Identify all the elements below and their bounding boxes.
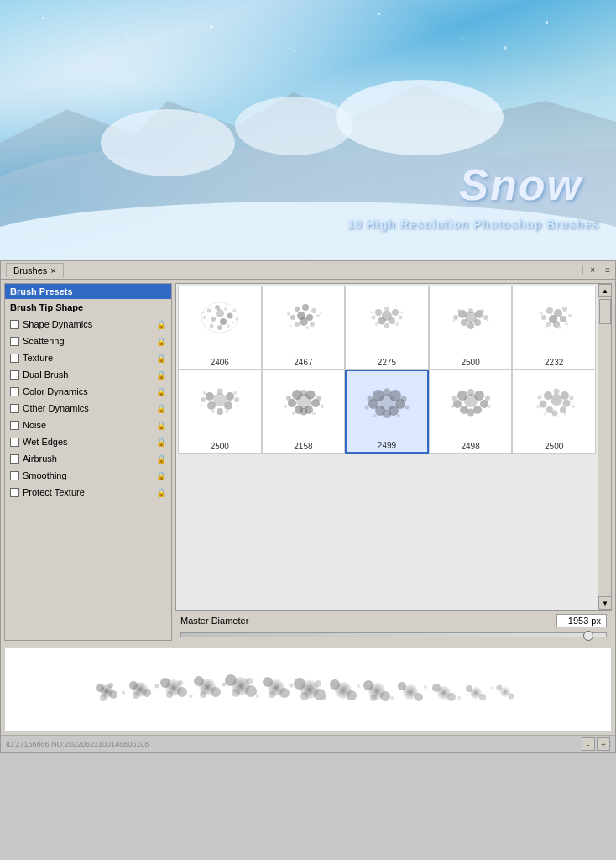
- close-button[interactable]: ×: [587, 265, 598, 275]
- svg-point-169: [245, 685, 257, 697]
- brush-cell-5[interactable]: 2232: [512, 286, 596, 370]
- scroll-thumb[interactable]: [599, 299, 611, 324]
- label-scattering: Scattering: [23, 336, 65, 346]
- zoom-in-button[interactable]: +: [597, 737, 610, 751]
- checkbox-protect-texture[interactable]: [10, 488, 19, 497]
- svg-point-82: [201, 397, 206, 402]
- svg-point-43: [372, 315, 376, 319]
- checkbox-wet-edges[interactable]: [10, 438, 19, 447]
- brush-cell-9[interactable]: 2498: [429, 370, 513, 454]
- checkbox-color-dynamics[interactable]: [10, 387, 19, 396]
- svg-point-84: [217, 408, 223, 415]
- footer-bar: ID:27166886 NO:20220623100146806108 - +: [1, 735, 615, 752]
- svg-point-136: [561, 391, 569, 400]
- checkbox-noise[interactable]: [10, 421, 19, 430]
- svg-point-65: [562, 307, 567, 312]
- zoom-out-button[interactable]: -: [582, 737, 595, 751]
- sidebar-item-smoothing[interactable]: Smoothing 🔒: [5, 467, 171, 484]
- svg-point-98: [300, 390, 307, 396]
- sidebar-item-protect-texture[interactable]: Protect Texture 🔒: [5, 484, 171, 501]
- lock-scattering: 🔒: [156, 337, 166, 346]
- sidebar-item-airbrush[interactable]: Airbrush 🔒: [5, 450, 171, 467]
- checkbox-other-dynamics[interactable]: [10, 404, 19, 413]
- svg-point-28: [290, 315, 295, 320]
- sidebar-item-other-dynamics[interactable]: Other Dynamics 🔒: [5, 400, 171, 417]
- svg-point-79: [207, 401, 216, 410]
- brush-size-9: 2498: [461, 442, 479, 451]
- svg-point-177: [294, 678, 305, 690]
- brush-size-5: 2232: [545, 358, 563, 367]
- brush-size-10: 2500: [545, 442, 563, 451]
- checkbox-dual-brush[interactable]: [10, 370, 19, 380]
- svg-point-72: [540, 312, 543, 315]
- checkbox-scattering[interactable]: [10, 337, 19, 346]
- brushes-tab[interactable]: Brushes ×: [6, 263, 64, 277]
- svg-point-53: [461, 319, 467, 326]
- svg-point-153: [108, 683, 113, 688]
- brush-cell-1[interactable]: 2406: [178, 286, 262, 370]
- scroll-down-button[interactable]: ▼: [598, 596, 612, 610]
- svg-point-71: [568, 314, 572, 317]
- label-smoothing: Smoothing: [23, 470, 67, 480]
- svg-point-186: [380, 691, 390, 701]
- svg-point-19: [202, 312, 204, 313]
- diameter-slider-track[interactable]: [180, 632, 607, 637]
- lock-protect-texture: 🔒: [156, 488, 166, 497]
- svg-point-100: [286, 396, 291, 401]
- svg-point-117: [365, 405, 369, 409]
- brush-cell-3[interactable]: 2275: [345, 286, 429, 370]
- svg-point-157: [133, 692, 139, 699]
- diameter-slider-thumb[interactable]: [583, 631, 593, 641]
- checkbox-texture[interactable]: [10, 354, 19, 363]
- scroll-up-button[interactable]: ▲: [598, 284, 612, 297]
- sidebar-item-wet-edges[interactable]: Wet Edges 🔒: [5, 433, 171, 450]
- lock-color-dynamics: 🔒: [156, 387, 166, 396]
- checkbox-airbrush[interactable]: [10, 454, 19, 464]
- master-diameter-value[interactable]: 1953 px: [556, 614, 607, 627]
- svg-point-31: [310, 322, 315, 327]
- svg-point-141: [553, 388, 559, 394]
- sidebar-item-scattering[interactable]: Scattering 🔒: [5, 333, 171, 349]
- svg-point-102: [284, 405, 287, 408]
- tab-close[interactable]: ×: [50, 265, 55, 275]
- svg-point-148: [563, 412, 566, 415]
- svg-point-159: [160, 678, 170, 688]
- sidebar-item-shape-dynamics[interactable]: Shape Dynamics 🔒: [5, 316, 171, 333]
- brushes-body: Brush Presets Brush Tip Shape Shape Dyna…: [1, 280, 615, 644]
- sidebar-item-color-dynamics[interactable]: Color Dynamics 🔒: [5, 383, 171, 400]
- checkbox-smoothing[interactable]: [10, 471, 19, 480]
- minimize-button[interactable]: −: [572, 265, 583, 275]
- brush-cell-6[interactable]: 2500: [178, 370, 262, 454]
- svg-point-119: [373, 414, 377, 417]
- label-noise: Noise: [23, 420, 46, 430]
- svg-point-138: [562, 399, 570, 406]
- brush-cell-4[interactable]: 2500: [429, 286, 513, 370]
- svg-point-47: [401, 311, 404, 313]
- svg-point-80: [224, 401, 232, 410]
- brush-cell-8[interactable]: 2499: [345, 370, 429, 454]
- checkbox-shape-dynamics[interactable]: [10, 320, 19, 329]
- svg-point-120: [397, 414, 400, 417]
- label-protect-texture: Protect Texture: [23, 487, 85, 497]
- svg-point-9: [224, 307, 227, 311]
- brush-cell-2[interactable]: 2467: [262, 286, 346, 370]
- lock-airbrush: 🔒: [156, 454, 166, 464]
- brush-cell-10[interactable]: 2500: [512, 370, 596, 454]
- brush-grid-area: 2406: [175, 283, 612, 641]
- master-diameter-label: Master Diameter: [180, 616, 550, 626]
- menu-button[interactable]: ≡: [605, 265, 610, 275]
- svg-point-89: [211, 410, 215, 413]
- sidebar-item-noise[interactable]: Noise 🔒: [5, 417, 171, 433]
- brush-size-7: 2158: [294, 442, 312, 451]
- sidebar-item-texture[interactable]: Texture 🔒: [5, 349, 171, 366]
- scrollbar[interactable]: ▲ ▼: [598, 284, 611, 610]
- svg-point-208: [390, 696, 394, 700]
- svg-point-168: [225, 674, 237, 686]
- svg-point-88: [238, 404, 240, 406]
- brush-tip-shape-label[interactable]: Brush Tip Shape: [5, 299, 171, 316]
- sidebar-heading[interactable]: Brush Presets: [5, 284, 171, 299]
- sidebar-item-dual-brush[interactable]: Dual Brush 🔒: [5, 366, 171, 383]
- brush-size-6: 2500: [211, 442, 229, 451]
- brush-cell-7[interactable]: 2158: [262, 370, 346, 454]
- lock-shape-dynamics: 🔒: [156, 320, 166, 329]
